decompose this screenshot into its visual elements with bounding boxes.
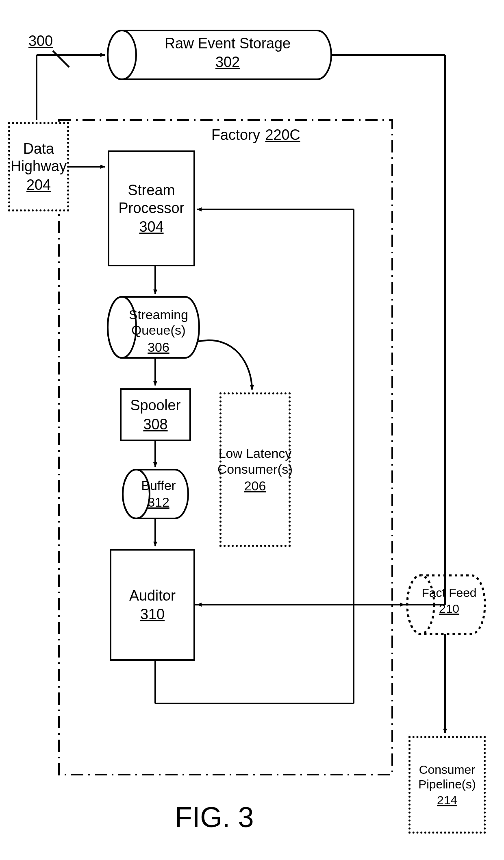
buffer-text: Buffer [134, 478, 183, 493]
diagram-canvas: 300 Raw Event Storage 302 Data Highway 2… [0, 0, 504, 860]
raw-event-storage-label: Raw Event Storage 302 [138, 35, 317, 71]
low-latency-consumers-text: Low Latency Consumer(s) [217, 446, 293, 477]
auditor-text: Auditor [129, 587, 176, 604]
figure-caption: FIG. 3 [175, 801, 254, 834]
streaming-queues-ref: 306 [122, 340, 195, 355]
spooler-text: Spooler [130, 396, 180, 414]
streaming-queues-label: Streaming Queue(s) 306 [122, 307, 195, 355]
stream-processor-ref: 304 [139, 218, 163, 235]
svg-line-0 [53, 51, 69, 67]
fact-feed-text: Fact Feed [419, 586, 480, 600]
stream-processor-box: Stream Processor 304 [108, 150, 195, 266]
low-latency-consumers-ref: 206 [244, 479, 266, 494]
factory-ref: 220C [265, 126, 300, 143]
fact-feed-ref: 210 [419, 602, 480, 616]
consumer-pipelines-box: Consumer Pipeline(s) 214 [408, 736, 486, 834]
data-highway-ref: 204 [26, 176, 51, 194]
low-latency-consumers-box: Low Latency Consumer(s) 206 [219, 392, 291, 547]
streaming-queues-text: Streaming Queue(s) [122, 307, 195, 338]
buffer-ref: 312 [134, 495, 183, 510]
spooler-box: Spooler 308 [120, 388, 191, 441]
svg-point-2 [108, 30, 136, 79]
fact-feed-label: Fact Feed 210 [419, 586, 480, 616]
auditor-ref: 310 [140, 606, 165, 623]
consumer-pipelines-text: Consumer Pipeline(s) [411, 762, 484, 792]
stream-processor-text: Stream Processor [109, 181, 193, 216]
auditor-box: Auditor 310 [110, 549, 195, 661]
figure-ref-300: 300 [28, 33, 53, 50]
factory-label-group: Factory 220C [211, 126, 300, 144]
consumer-pipelines-ref: 214 [437, 793, 457, 807]
raw-event-storage-text: Raw Event Storage [138, 35, 317, 52]
spooler-ref: 308 [143, 416, 167, 433]
data-highway-text: Data Highway [10, 140, 67, 175]
buffer-label: Buffer 312 [134, 478, 183, 510]
raw-event-storage-ref: 302 [138, 54, 317, 71]
factory-text: Factory [211, 126, 260, 143]
data-highway-box: Data Highway 204 [8, 122, 69, 211]
